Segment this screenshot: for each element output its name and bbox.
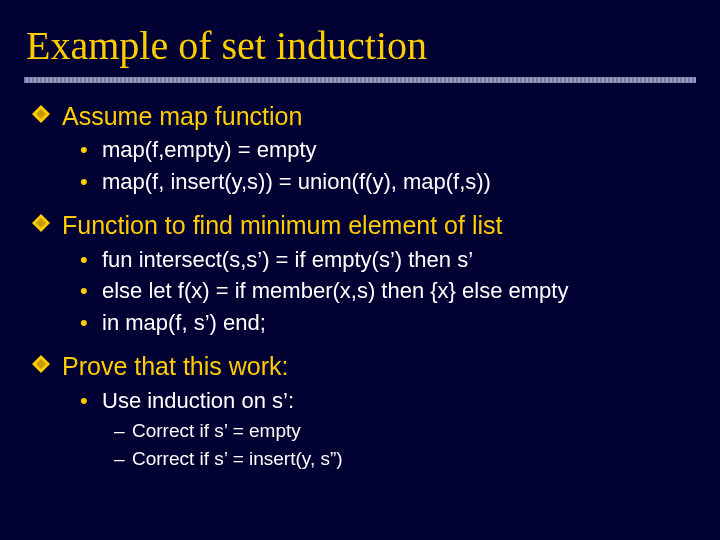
bullet-item: • map(f, insert(y,s)) = union(f(y), map(… [32,168,696,197]
section-heading: Function to find minimum element of list [32,210,696,241]
dash-bullet-icon: – [114,446,125,472]
dot-bullet-icon: • [80,387,88,416]
bullet-item: • in map(f, s’) end; [32,309,696,338]
heading-text: Prove that this work: [62,352,288,380]
bullet-item: • map(f,empty) = empty [32,136,696,165]
title-underline [24,77,696,83]
slide-content: Assume map function • map(f,empty) = emp… [24,101,696,472]
slide-title: Example of set induction [24,18,696,71]
bullet-item: • fun intersect(s,s’) = if empty(s’) the… [32,246,696,275]
bullet-text: in map(f, s’) end; [102,310,266,335]
dash-bullet-icon: – [114,418,125,444]
section-heading: Assume map function [32,101,696,132]
bullet-item: • Use induction on s’: [32,387,696,416]
dot-bullet-icon: • [80,277,88,306]
bullet-text: fun intersect(s,s’) = if empty(s’) then … [102,247,473,272]
diamond-bullet-icon [32,355,50,373]
sub-bullet-text: Correct if s’ = insert(y, s”) [132,448,343,469]
diamond-bullet-icon [32,105,50,123]
bullet-item: • else let f(x) = if member(x,s) then {x… [32,277,696,306]
section-heading: Prove that this work: [32,351,696,382]
heading-text: Assume map function [62,102,302,130]
sub-bullet-item: – Correct if s’ = empty [32,418,696,444]
dot-bullet-icon: • [80,246,88,275]
sub-bullet-text: Correct if s’ = empty [132,420,301,441]
dot-bullet-icon: • [80,309,88,338]
heading-text: Function to find minimum element of list [62,211,502,239]
dot-bullet-icon: • [80,168,88,197]
slide: Example of set induction Assume map func… [0,0,720,540]
dot-bullet-icon: • [80,136,88,165]
bullet-text: else let f(x) = if member(x,s) then {x} … [102,278,568,303]
sub-bullet-item: – Correct if s’ = insert(y, s”) [32,446,696,472]
bullet-text: map(f, insert(y,s)) = union(f(y), map(f,… [102,169,491,194]
diamond-bullet-icon [32,214,50,232]
bullet-text: map(f,empty) = empty [102,137,317,162]
bullet-text: Use induction on s’: [102,388,294,413]
